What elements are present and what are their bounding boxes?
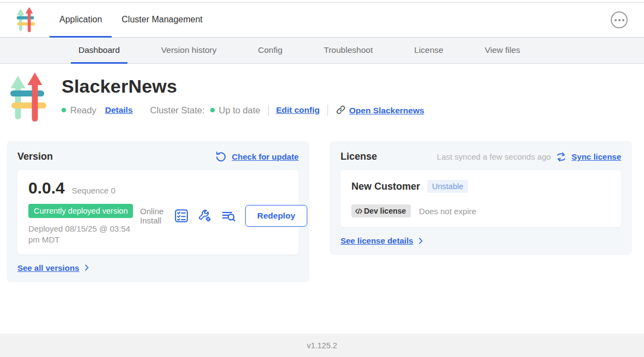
subnav-version-history[interactable]: Version history [154,38,224,64]
dashboard-cards: Version Check for update 0.0.4 Sequence … [0,125,644,282]
license-card-title: License [341,151,377,162]
open-app-link[interactable]: Open Slackernews [336,105,424,116]
check-for-update-link[interactable]: Check for update [232,152,299,161]
license-panel: New Customer Unstable Dev license Does n… [341,170,621,227]
top-navbar: Application Cluster Management [0,3,644,38]
subnav-version-history-label: Version history [161,45,217,55]
subnav-troubleshoot-label: Troubleshoot [324,45,373,55]
license-card-header: License Last synced a few seconds ago Sy… [341,151,621,162]
admin-console-page: Application Cluster Management Dashboard… [0,0,644,357]
tab-application-label: Application [59,15,102,25]
sync-license-link[interactable]: Sync license [572,152,621,161]
version-card-header: Version Check for update [17,151,299,162]
version-left-column: Currently deployed version Deployed 08/1… [28,204,140,246]
edit-config-link[interactable]: Edit config [276,105,320,115]
ready-status-dot [62,108,66,112]
subnav-config-label: Config [258,45,283,55]
subnav-license-label: License [414,45,443,55]
preflight-checklist-icon[interactable] [174,209,189,223]
console-version: v1.125.2 [307,341,337,350]
deployed-timestamp: Deployed 08/15/25 @ 03:54 pm MDT [28,223,140,246]
tab-application[interactable]: Application [50,3,112,38]
version-card: Version Check for update 0.0.4 Sequence … [7,141,309,282]
app-logo [16,3,35,37]
cluster-state-label: Cluster State: [150,105,205,116]
version-body: Currently deployed version Deployed 08/1… [28,204,288,246]
refresh-icon [215,151,227,162]
subnav-view-files[interactable]: View files [477,38,528,64]
cluster-state-value: Up to date [219,105,260,116]
expiration-label: Does not expire [419,207,476,216]
slackernews-logo-icon-large [10,72,47,123]
chain-link-icon [336,105,346,115]
chevron-right-icon [82,263,91,272]
ready-status-label: Ready [70,105,96,116]
main-content: SlackerNews Ready Details Cluster State:… [0,64,644,334]
slackernews-logo-icon [16,7,35,33]
license-card-footer: See license details [341,236,621,245]
version-card-footer: See all versions [17,263,299,273]
version-number-row: 0.0.4 Sequence 0 [28,179,288,197]
footer: v1.125.2 [0,334,644,357]
app-status-row: Ready Details Cluster State: Up to date … [62,105,424,116]
redeploy-button[interactable]: Redeploy [245,205,307,227]
install-type-label: Online Install [140,207,165,226]
tab-cluster-management-label: Cluster Management [121,15,203,25]
current-version-panel: 0.0.4 Sequence 0 Currently deployed vers… [17,170,299,255]
tab-cluster-management[interactable]: Cluster Management [112,3,212,38]
app-subnav: Dashboard Version history Config Trouble… [0,38,644,64]
subnav-troubleshoot[interactable]: Troubleshoot [316,38,380,64]
app-header-text: SlackerNews Ready Details Cluster State:… [62,72,424,125]
wrench-gear-icon[interactable] [198,209,212,223]
see-all-versions-link[interactable]: See all versions [17,263,79,273]
navbar-right [611,3,628,37]
top-nav-tabs: Application Cluster Management [50,3,212,37]
view-logs-icon[interactable] [221,209,236,223]
details-link[interactable]: Details [105,105,133,115]
subnav-view-files-label: View files [485,45,520,55]
divider [268,105,269,116]
more-options-button[interactable] [611,11,628,28]
sync-icon [556,152,567,162]
version-number: 0.0.4 [28,179,65,197]
divider [327,105,328,116]
license-type-badge-label: Dev license [364,207,406,215]
version-actions: Online Install Redeploy [140,204,307,227]
license-card: License Last synced a few seconds ago Sy… [330,141,632,255]
open-app-link-label: Open Slackernews [349,106,424,115]
license-type-badge: Dev license [351,204,411,217]
channel-badge: Unstable [427,180,468,193]
sequence-label: Sequence 0 [72,186,116,195]
last-synced-label: Last synced a few seconds ago [437,152,551,161]
license-type-row: Dev license Does not expire [351,204,610,217]
ellipsis-icon [615,19,617,21]
page-title: SlackerNews [62,76,424,97]
code-icon [355,207,363,215]
subnav-dashboard[interactable]: Dashboard [71,38,127,64]
cluster-state-dot [210,108,215,112]
customer-name: New Customer [351,181,420,192]
app-header: SlackerNews Ready Details Cluster State:… [0,64,644,125]
see-license-details-link[interactable]: See license details [341,236,413,245]
chevron-right-icon [416,237,425,245]
app-big-logo [10,72,47,125]
subnav-config[interactable]: Config [251,38,290,64]
subnav-dashboard-label: Dashboard [78,45,120,55]
subnav-license[interactable]: License [406,38,451,64]
customer-row: New Customer Unstable [351,180,610,193]
deployed-status-badge: Currently deployed version [28,204,133,218]
version-card-title: Version [17,151,53,162]
